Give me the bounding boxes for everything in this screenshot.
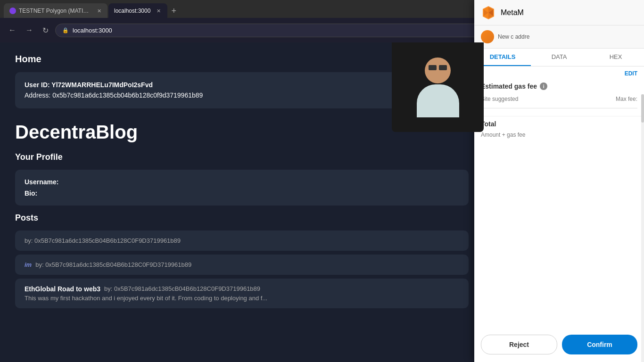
confirm-button[interactable]: Confirm	[562, 335, 637, 354]
forward-button[interactable]: →	[23, 24, 36, 36]
post-by-1: by: 0x5B7c981a6dc1385cB04B6b128C0F9D3719…	[25, 237, 459, 244]
site-suggested-label: Site suggested	[481, 96, 518, 102]
mm-total-label: Total	[481, 120, 637, 128]
tab-polygon[interactable]: TESTNET Polygon (MATIC) Bloc... ✕	[4, 3, 107, 18]
list-item[interactable]: im by: 0x5B7c981a6dc1385cB04B6b128C0F9D3…	[15, 255, 469, 275]
info-icon[interactable]: i	[540, 82, 547, 90]
mm-total-row: Amount + gas fee	[481, 132, 637, 138]
tab-localhost[interactable]: localhost:3000 ✕	[108, 3, 167, 18]
tab-data[interactable]: DATA	[531, 49, 587, 66]
page-title: Home	[15, 54, 41, 65]
user-info: User ID: Yl72WMARRHELu7IMdPoI2sFvd Addre…	[25, 80, 203, 101]
mm-gas-row: Site suggested Max fee:	[481, 94, 637, 104]
address-text: localhost:3000	[73, 27, 112, 34]
tab-localhost-close[interactable]: ✕	[155, 8, 162, 14]
tab-localhost-label: localhost:3000	[114, 8, 150, 14]
post-by-3: by: 0x5B7c981a6dc1385cB04B6b128C0F9D3719…	[104, 285, 260, 292]
max-fee-label: Max fee:	[616, 96, 637, 102]
mm-scrollbar-thumb[interactable]	[641, 94, 644, 123]
posts-section-title: Posts	[0, 209, 484, 227]
post-inline-2: im by: 0x5B7c981a6dc1385cB04B6b128C0F9D3…	[25, 261, 459, 268]
tab-hex[interactable]: HEX	[587, 49, 644, 66]
webcam-video	[392, 42, 484, 132]
profile-section-title: Your Profile	[0, 148, 484, 166]
mm-header: MetaM	[474, 0, 644, 25]
list-item[interactable]: by: 0x5B7c981a6dc1385cB04B6b128C0F9D3719…	[15, 230, 469, 251]
posts-section: Posts by: 0x5B7c981a6dc1385cB04B6b128C0F…	[0, 209, 484, 308]
mm-edit-row: EDIT	[474, 66, 644, 79]
mm-header-text: MetaM	[501, 8, 524, 17]
bio-label: Bio:	[25, 188, 459, 199]
post-tag-2: im	[25, 261, 32, 268]
mm-gas-label: Estimated gas fee i	[481, 82, 637, 90]
post-title-3: EthGlobal Road to web3	[25, 285, 100, 293]
mm-action-buttons: Reject Confirm	[474, 327, 644, 362]
tab-polygon-close[interactable]: ✕	[96, 8, 102, 14]
list-item[interactable]: EthGlobal Road to web3 by: 0x5B7c981a6dc…	[15, 279, 469, 308]
mm-avatar	[481, 30, 494, 43]
post-by-2: by: 0x5B7c981a6dc1385cB04B6b128C0F9D3719…	[35, 261, 191, 268]
refresh-button[interactable]: ↻	[40, 24, 51, 37]
reject-button[interactable]: Reject	[481, 335, 557, 354]
metamask-logo-icon	[481, 5, 496, 20]
post-excerpt-3: This was my first hackathon and i enjoye…	[25, 295, 459, 302]
username-label: Username:	[25, 176, 459, 188]
user-address-text: Address: 0x5b7c981a6dc1385cb04b6b128c0f9…	[25, 90, 203, 100]
lock-icon: 🔒	[62, 27, 69, 33]
tab-polygon-label: TESTNET Polygon (MATIC) Bloc...	[19, 8, 91, 14]
mm-tabs: DETAILS DATA HEX	[474, 49, 644, 66]
add-tab-button[interactable]: +	[168, 6, 179, 16]
mm-total-section: Total Amount + gas fee	[474, 116, 644, 142]
mm-new-address-text: New c addre	[498, 33, 529, 40]
post-inline-3: EthGlobal Road to web3 by: 0x5B7c981a6dc…	[25, 285, 459, 293]
tab-polygon-icon	[9, 8, 16, 14]
user-id-text: User ID: Yl72WMARRHELu7IMdPoI2sFvd	[25, 80, 203, 90]
back-button[interactable]: ←	[6, 24, 19, 36]
mm-gas-section: Estimated gas fee i Site suggested Max f…	[474, 79, 644, 116]
mm-edit-link[interactable]: EDIT	[625, 70, 637, 77]
amount-gas-label: Amount + gas fee	[481, 132, 525, 138]
metamask-panel: MetaM New c addre DETAILS DATA HEX EDIT …	[474, 0, 644, 362]
mm-account-row: New c addre	[474, 25, 644, 49]
webcam-overlay	[392, 42, 484, 132]
profile-card: Username: Bio:	[15, 170, 469, 206]
gas-divider	[481, 108, 637, 108]
mm-scrollbar[interactable]	[641, 94, 644, 362]
